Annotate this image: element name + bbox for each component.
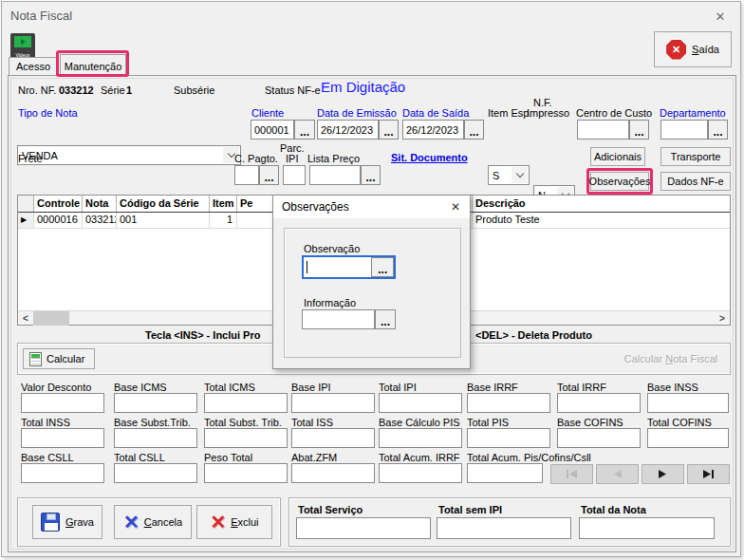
total-iss-input[interactable] — [291, 428, 375, 448]
total-irrf-input[interactable] — [557, 393, 641, 413]
red-x-icon: ✕ — [210, 513, 226, 532]
departamento-label: Departamento — [660, 107, 726, 119]
nav-prev-button[interactable] — [596, 464, 639, 484]
valor-desconto-input[interactable] — [21, 393, 104, 413]
lista-preco-lookup-button[interactable]: ... — [361, 165, 381, 185]
data-emissao-lookup-button[interactable]: ... — [379, 120, 399, 140]
departamento-lookup-button[interactable]: ... — [708, 120, 728, 140]
data-emissao-input[interactable]: 26/12/2023 — [317, 120, 379, 140]
serie-label: Série — [101, 84, 125, 96]
hint-delete: <DEL> - Deleta Produto — [475, 329, 592, 341]
c-pagto-lookup-button[interactable]: ... — [259, 165, 279, 185]
tipo-de-nota-select[interactable]: VENDA — [17, 145, 241, 165]
grid-col-descricao: Descrição — [473, 196, 730, 212]
calcular-nota-fiscal-button: Calcular Nota Fiscal — [614, 353, 728, 364]
saida-label: Saída — [692, 44, 719, 55]
base-cofins-input[interactable] — [557, 428, 641, 448]
total-ipi-label: Total IPI — [379, 382, 417, 393]
centro-custo-lookup-button[interactable]: ... — [629, 120, 649, 140]
sit-documento-label[interactable]: Sit. Documento — [391, 152, 468, 163]
grid-col-controle: Controle — [34, 196, 83, 212]
informacao-input[interactable] — [302, 309, 375, 329]
dialog-close-icon[interactable]: ✕ — [447, 199, 464, 215]
peso-total-input[interactable] — [204, 463, 288, 483]
total-servico-input[interactable] — [296, 517, 431, 539]
observacao-lookup-button[interactable]: ... — [371, 257, 394, 277]
departamento-input[interactable] — [660, 120, 708, 140]
videos-button[interactable]: Videos — [10, 33, 35, 59]
data-saida-lookup-button[interactable]: ... — [464, 120, 484, 140]
centro-custo-input[interactable] — [577, 120, 629, 140]
transporte-button[interactable]: Transporte — [660, 147, 731, 166]
observacao-label: Observação — [304, 243, 360, 254]
data-saida-input[interactable]: 26/12/2023 — [402, 120, 464, 140]
cell-nota: 033212 — [83, 213, 117, 229]
lista-preco-input[interactable] — [309, 165, 361, 185]
base-irrf-input[interactable] — [467, 393, 550, 413]
data-saida-label: Data de Saída — [402, 107, 469, 119]
item-esp-label: Item Esp. — [488, 107, 531, 119]
grava-button[interactable]: Grava — [32, 505, 102, 539]
nav-first-button[interactable] — [550, 464, 593, 484]
base-csll-input[interactable] — [21, 463, 104, 483]
total-da-nota-input[interactable] — [579, 517, 715, 539]
total-ipi-input[interactable] — [379, 393, 462, 413]
base-ipi-input[interactable] — [291, 393, 375, 413]
window-close-icon[interactable]: ✕ — [710, 7, 731, 26]
exclui-label: Exclui — [231, 516, 258, 528]
screen: Nota Fiscal ✕ Videos ✕ Saída Acesso Manu… — [0, 0, 744, 560]
calcular-button[interactable]: Calcular — [23, 348, 95, 369]
hint-insert: Tecla <INS> - Inclui Pro — [145, 329, 260, 341]
adicionais-button[interactable]: Adicionais — [590, 147, 645, 166]
total-pis-input[interactable] — [467, 428, 550, 448]
base-subst-trib-label: Base Subst.Trib. — [114, 417, 191, 428]
dados-nfe-button[interactable]: Dados NF-e — [660, 172, 731, 191]
total-acum-irrf-input[interactable] — [379, 463, 462, 483]
total-inss-input[interactable] — [21, 428, 104, 448]
scrollbar-thumb[interactable] — [33, 311, 69, 326]
informacao-lookup-button[interactable]: ... — [375, 309, 396, 329]
base-subst-trib-input[interactable] — [114, 428, 197, 448]
c-pagto-input[interactable] — [234, 165, 259, 185]
grid-col-item: Item — [210, 196, 237, 212]
total-subst-trib-input[interactable] — [204, 428, 288, 448]
cancela-button[interactable]: ✕ Cancela — [114, 505, 192, 539]
status-nfe-value: Em Digitação — [321, 79, 405, 95]
total-csll-input[interactable] — [114, 463, 197, 483]
base-calculo-pis-input[interactable] — [379, 428, 462, 448]
nav-last-button[interactable] — [687, 464, 730, 484]
abat-zfm-input[interactable] — [291, 463, 375, 483]
tab-manutencao[interactable]: Manutenção — [60, 54, 126, 77]
parc-ipi-input[interactable] — [283, 165, 306, 185]
tab-acesso[interactable]: Acesso — [9, 57, 58, 76]
observacao-input[interactable] — [304, 257, 371, 277]
nav-prev-icon — [612, 470, 623, 478]
cliente-label: Cliente — [251, 107, 284, 119]
total-cofins-input[interactable] — [647, 428, 729, 448]
scroll-right-icon[interactable]: > — [715, 311, 730, 326]
saida-button[interactable]: ✕ Saída — [654, 31, 732, 67]
observacoes-button[interactable]: Observações — [590, 172, 649, 191]
tipo-de-nota-label: Tipo de Nota — [18, 107, 78, 119]
cliente-input[interactable]: 000001 — [251, 120, 294, 140]
nav-first-icon — [566, 470, 578, 478]
scroll-left-icon[interactable]: < — [18, 311, 33, 326]
row-pointer-icon: ▶ — [18, 213, 34, 229]
status-nfe-label: Status NF-e — [265, 84, 321, 96]
total-da-nota-label: Total da Nota — [581, 504, 646, 515]
cliente-lookup-button[interactable]: ... — [294, 120, 315, 140]
grid-col-codigo-serie: Código da Série — [117, 196, 210, 212]
exclui-button[interactable]: ✕ Exclui — [196, 505, 272, 539]
nav-next-icon — [658, 470, 668, 478]
nota-fiscal-window: Nota Fiscal ✕ Videos ✕ Saída Acesso Manu… — [1, 1, 741, 557]
base-inss-input[interactable] — [647, 393, 729, 413]
item-esp-select[interactable]: S — [488, 165, 530, 185]
total-inss-label: Total INSS — [21, 417, 70, 428]
total-acum-pis-cofins-csll-input[interactable] — [467, 463, 543, 483]
frete-label: Frete — [18, 153, 43, 164]
data-emissao-label: Data de Emissão — [317, 107, 397, 119]
base-icms-input[interactable] — [114, 393, 197, 413]
total-icms-input[interactable] — [204, 393, 288, 413]
nav-next-button[interactable] — [642, 464, 684, 484]
total-sem-ipi-input[interactable] — [437, 517, 571, 539]
